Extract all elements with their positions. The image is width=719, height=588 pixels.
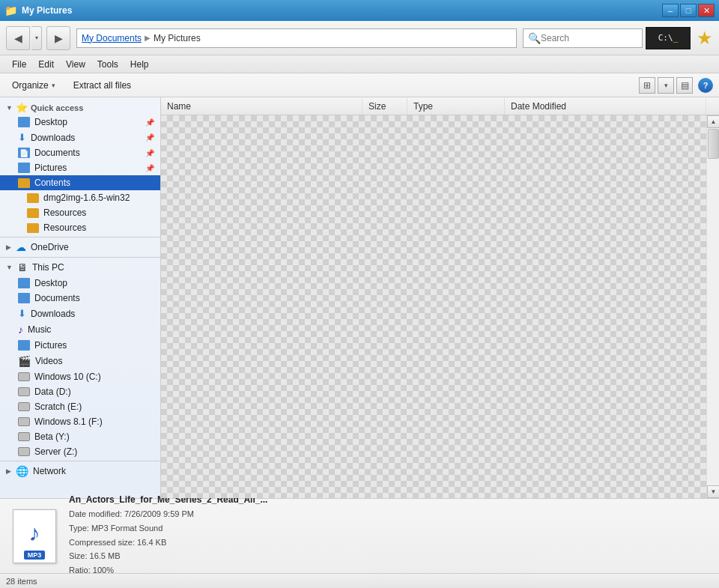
cmd-button[interactable]: C:\ _ xyxy=(646,27,691,49)
organize-dropdown-icon: ▾ xyxy=(52,82,55,89)
desktop-icon xyxy=(18,117,30,127)
quick-access-expand-icon: ▼ xyxy=(6,104,13,112)
menu-file[interactable]: File xyxy=(6,58,32,71)
sidebar-item-pictures-pc[interactable]: Pictures xyxy=(0,338,160,353)
sidebar-item-documents-qa[interactable]: 📄 Documents 📌 xyxy=(0,145,160,160)
network-label: Network xyxy=(33,466,66,476)
sidebar-item-pictures-qa[interactable]: Pictures 📌 xyxy=(0,160,160,175)
view-dropdown-button[interactable]: ▾ xyxy=(658,77,674,94)
extract-label: Extract all files xyxy=(73,80,131,91)
favorites-star[interactable]: ★ xyxy=(697,28,713,49)
quick-access-section: ▼ ⭐ Quick access xyxy=(0,97,160,115)
file-list[interactable] xyxy=(161,115,706,498)
sidebar-item-drive-f[interactable]: Windows 8.1 (F:) xyxy=(0,414,160,429)
minimize-button[interactable]: – xyxy=(662,4,679,17)
search-icon: 🔍 xyxy=(528,32,541,44)
preview-size: Size: 16.5 MB xyxy=(69,549,710,563)
pane-button[interactable]: ▤ xyxy=(676,77,693,94)
help-button[interactable]: ? xyxy=(698,78,713,93)
preview-icon: ♪ MP3 xyxy=(9,506,60,566)
sidebar-item-contents[interactable]: Contents xyxy=(0,175,160,190)
organize-button[interactable]: Organize ▾ xyxy=(6,77,61,94)
extract-button[interactable]: Extract all files xyxy=(67,77,137,94)
close-button[interactable]: ✕ xyxy=(698,4,715,17)
sidebar-item-dmg2img[interactable]: dmg2img-1.6.5-win32 xyxy=(0,190,160,205)
back-button[interactable]: ◀ xyxy=(6,26,30,50)
preview-info: An_Actors_Life_for_Me_Series_2_Read_All_… xyxy=(69,494,710,577)
col-name-header[interactable]: Name xyxy=(161,98,362,115)
preview-compressed-size: Compressed size: 16.4 KB xyxy=(69,536,710,550)
sidebar-label: dmg2img-1.6.5-win32 xyxy=(43,193,130,203)
menu-help[interactable]: Help xyxy=(124,58,155,71)
address-bar[interactable]: My Documents ▶ My Pictures xyxy=(76,28,517,48)
sidebar-label: Server (Z:) xyxy=(34,446,77,457)
menu-edit[interactable]: Edit xyxy=(32,58,60,71)
sidebar-item-drive-z[interactable]: Server (Z:) xyxy=(0,444,160,459)
cmd-underscore: _ xyxy=(673,33,679,43)
sidebar-item-drive-y[interactable]: Beta (Y:) xyxy=(0,429,160,444)
onedrive-section[interactable]: ▶ ☁ OneDrive xyxy=(0,239,160,255)
drive-e-icon xyxy=(18,402,30,411)
sidebar-item-music-pc[interactable]: ♪ Music xyxy=(0,321,160,338)
address-part1: My Documents xyxy=(82,33,142,43)
onedrive-icon: ☁ xyxy=(16,241,26,253)
vertical-scrollbar[interactable]: ▲ ▼ xyxy=(706,115,719,498)
search-box[interactable]: 🔍 xyxy=(523,28,643,48)
sidebar-label: Resources xyxy=(43,222,86,233)
sidebar-item-videos-pc[interactable]: 🎬 Videos xyxy=(0,353,160,369)
sidebar-label: Desktop xyxy=(34,278,67,288)
scroll-track[interactable] xyxy=(707,128,719,485)
sidebar-label: Documents xyxy=(34,148,80,158)
scroll-up-arrow[interactable]: ▲ xyxy=(707,115,719,128)
preview-ratio: Ratio: 100% xyxy=(69,563,710,578)
scroll-thumb[interactable] xyxy=(708,129,719,159)
maximize-button[interactable]: □ xyxy=(680,4,697,17)
network-icon: 🌐 xyxy=(16,465,28,477)
network-section[interactable]: ▶ 🌐 Network xyxy=(0,463,160,479)
sidebar-item-drive-c[interactable]: Windows 10 (C:) xyxy=(0,369,160,384)
address-part2: My Pictures xyxy=(154,33,201,43)
sidebar-label: Downloads xyxy=(31,133,75,143)
sidebar-label: Contents xyxy=(34,178,70,188)
sidebar-item-drive-e[interactable]: Scratch (E:) xyxy=(0,399,160,414)
search-input[interactable] xyxy=(541,33,653,43)
documents-icon: 📄 xyxy=(18,148,30,158)
view-details-button[interactable]: ⊞ xyxy=(639,77,655,94)
mp3-label: MP3 xyxy=(24,551,46,560)
sidebar-item-downloads-qa[interactable]: ⬇ Downloads 📌 xyxy=(0,130,160,145)
resources1-folder-icon xyxy=(27,208,39,218)
pictures-pc-icon xyxy=(18,340,30,351)
sidebar-label: Windows 8.1 (F:) xyxy=(34,416,103,427)
main-area: ▼ ⭐ Quick access Desktop 📌 ⬇ Downloads 📌… xyxy=(0,97,719,498)
sidebar-item-documents-pc[interactable]: Documents xyxy=(0,291,160,306)
sidebar-label: Documents xyxy=(34,293,80,303)
music-icon: ♪ xyxy=(18,324,23,336)
back-dropdown[interactable]: ▾ xyxy=(31,26,42,50)
sidebar-item-resources2[interactable]: Resources xyxy=(0,220,160,235)
preview-type: Type: MP3 Format Sound xyxy=(69,521,710,536)
sidebar-item-downloads-pc[interactable]: ⬇ Downloads xyxy=(0,306,160,321)
sidebar-item-drive-d[interactable]: Data (D:) xyxy=(0,384,160,399)
col-date-header[interactable]: Date Modified xyxy=(505,98,706,115)
sidebar-item-resources1[interactable]: Resources xyxy=(0,205,160,220)
col-type-header[interactable]: Type xyxy=(407,98,505,115)
music-note-icon: ♪ xyxy=(29,521,40,546)
network-expand-icon: ▶ xyxy=(6,467,11,475)
address-separator: ▶ xyxy=(145,34,151,42)
command-bar: Organize ▾ Extract all files ⊞ ▾ ▤ ? xyxy=(0,73,719,97)
sidebar-label: Scratch (E:) xyxy=(34,401,82,412)
toolbar: ◀ ▾ ▶ My Documents ▶ My Pictures 🔍 C:\ _… xyxy=(0,21,719,55)
quick-access-label[interactable]: Quick access xyxy=(31,103,83,112)
forward-button[interactable]: ▶ xyxy=(46,26,70,50)
sidebar-item-desktop-qa[interactable]: Desktop 📌 xyxy=(0,115,160,130)
titlebar: 📁 My Pictures – □ ✕ xyxy=(0,0,719,21)
pin-icon: 📌 xyxy=(145,164,154,172)
sidebar-item-desktop-pc[interactable]: Desktop xyxy=(0,276,160,291)
menu-view[interactable]: View xyxy=(60,58,91,71)
col-size-header[interactable]: Size xyxy=(362,98,407,115)
sidebar-label: Music xyxy=(28,324,51,335)
this-pc-label: This PC xyxy=(32,262,64,273)
this-pc-section[interactable]: ▼ 🖥 This PC xyxy=(0,259,160,276)
item-count: 28 items xyxy=(6,577,37,586)
menu-tools[interactable]: Tools xyxy=(91,58,124,71)
